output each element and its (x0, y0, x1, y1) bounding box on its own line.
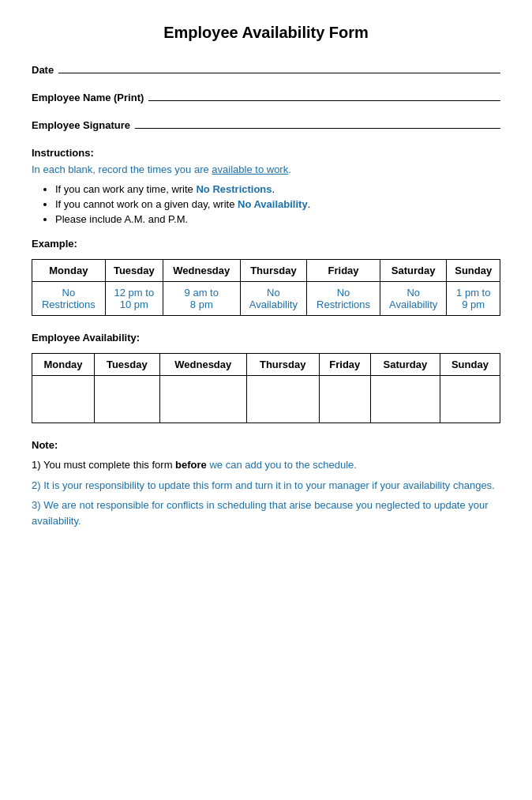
note-3-text: 3) We are not responsible for conflicts … (32, 499, 489, 527)
avail-col-monday: Monday (32, 354, 95, 376)
example-saturday: NoAvailability (380, 282, 447, 316)
signature-label: Employee Signature (32, 119, 130, 131)
example-col-saturday: Saturday (380, 260, 447, 282)
bullet-list: If you can work any time, write No Restr… (32, 183, 500, 225)
example-col-friday: Friday (307, 260, 380, 282)
avail-thursday-cell[interactable] (246, 376, 319, 423)
example-col-tuesday: Tuesday (105, 260, 163, 282)
example-col-monday: Monday (32, 260, 106, 282)
instructions-intro-underline: available to work (212, 163, 288, 175)
bullet-3: Please include A.M. and P.M. (55, 213, 500, 225)
availability-input-row[interactable] (32, 376, 500, 423)
signature-field-row: Employee Signature (32, 119, 500, 131)
note-1: 1) You must complete this form before we… (32, 457, 500, 473)
avail-col-tuesday: Tuesday (95, 354, 160, 376)
name-line (148, 100, 500, 101)
no-availability-bullet: No Availability (238, 198, 308, 210)
note-3: 3) We are not responsible for conflicts … (32, 498, 500, 528)
avail-sunday-cell[interactable] (440, 376, 500, 423)
example-table: Monday Tuesday Wednesday Thursday Friday… (32, 259, 500, 316)
example-sunday: 1 pm to9 pm (447, 282, 500, 316)
avail-col-sunday: Sunday (440, 354, 500, 376)
date-line (58, 73, 500, 73)
example-monday: NoRestrictions (32, 282, 106, 316)
example-header-row: Monday Tuesday Wednesday Thursday Friday… (32, 260, 500, 282)
avail-col-saturday: Saturday (370, 354, 440, 376)
date-field-row: Date (32, 64, 500, 76)
avail-saturday-cell[interactable] (370, 376, 440, 423)
availability-table: Monday Tuesday Wednesday Thursday Friday… (32, 353, 500, 423)
example-data-row: NoRestrictions 12 pm to10 pm 9 am to8 pm… (32, 282, 500, 316)
availability-header-row: Monday Tuesday Wednesday Thursday Friday… (32, 354, 500, 376)
signature-line (135, 128, 500, 129)
example-col-wednesday: Wednesday (163, 260, 240, 282)
availability-header: Employee Availability: (32, 332, 500, 344)
page-title: Employee Availability Form (32, 24, 500, 42)
name-label: Employee Name (Print) (32, 92, 144, 103)
example-col-thursday: Thursday (240, 260, 307, 282)
note-section: Note: 1) You must complete this form bef… (32, 439, 500, 528)
avail-wednesday-cell[interactable] (159, 376, 246, 423)
bullet-1: If you can work any time, write No Restr… (55, 183, 500, 195)
instructions-intro: In each blank, record the times you are … (32, 163, 500, 175)
example-header: Example: (32, 238, 500, 250)
date-label: Date (32, 64, 54, 76)
example-thursday: NoAvailability (240, 282, 307, 316)
example-friday: NoRestrictions (307, 282, 380, 316)
avail-monday-cell[interactable] (32, 376, 95, 423)
instructions-header: Instructions: (32, 147, 500, 159)
name-field-row: Employee Name (Print) (32, 92, 500, 103)
avail-tuesday-cell[interactable] (95, 376, 160, 423)
example-tuesday: 12 pm to10 pm (105, 282, 163, 316)
avail-col-friday: Friday (319, 354, 370, 376)
avail-col-thursday: Thursday (246, 354, 319, 376)
example-col-sunday: Sunday (447, 260, 500, 282)
note-2-text: 2) It is your responsibility to update t… (32, 479, 495, 491)
note-1-bold: before (175, 459, 207, 471)
no-restrictions-bullet: No Restrictions (196, 183, 272, 195)
avail-friday-cell[interactable] (319, 376, 370, 423)
note-1-blue: we can add you to the schedule. (207, 459, 357, 471)
avail-col-wednesday: Wednesday (159, 354, 246, 376)
note-header: Note: (32, 439, 500, 451)
note-1-number: 1) You must complete this form (32, 459, 175, 471)
note-2: 2) It is your responsibility to update t… (32, 478, 500, 494)
bullet-2: If you cannot work on a given day, write… (55, 198, 500, 210)
example-wednesday: 9 am to8 pm (163, 282, 240, 316)
